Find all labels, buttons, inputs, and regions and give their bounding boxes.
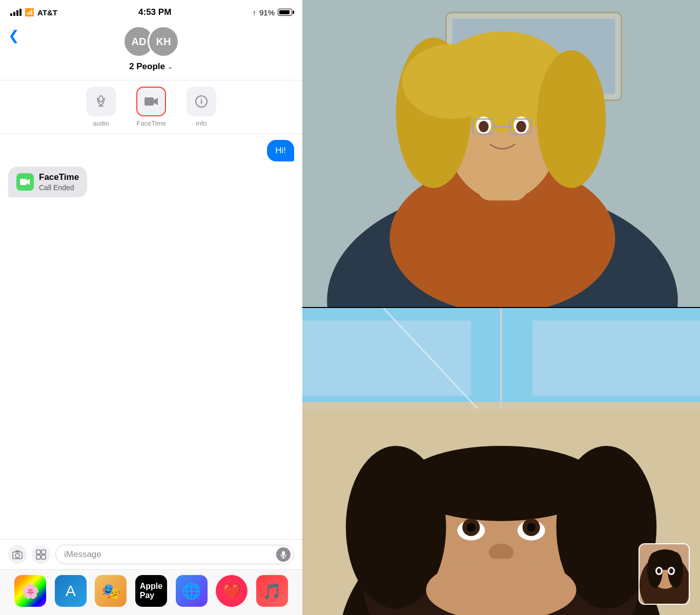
camera-button[interactable] bbox=[8, 545, 27, 564]
info-button[interactable]: i info bbox=[187, 87, 216, 127]
facetime-label: FaceTime bbox=[136, 119, 166, 127]
svg-point-12 bbox=[282, 551, 285, 556]
message-placeholder: iMessage bbox=[64, 549, 101, 560]
status-bar: 📶 AT&T 4:53 PM ↑ 91% bbox=[0, 0, 302, 22]
svg-point-54 bbox=[467, 523, 476, 531]
dock-memoji[interactable]: 🎭 bbox=[95, 575, 127, 607]
location-icon: ↑ bbox=[252, 8, 256, 17]
svg-rect-7 bbox=[15, 550, 19, 552]
dock-apple-pay[interactable]: ApplePay bbox=[135, 575, 167, 607]
svg-rect-9 bbox=[42, 550, 46, 554]
audio-icon bbox=[86, 87, 116, 116]
video-feed-1 bbox=[302, 0, 700, 307]
wifi-icon: 📶 bbox=[25, 8, 34, 17]
svg-rect-8 bbox=[36, 550, 40, 554]
svg-point-68 bbox=[669, 568, 673, 573]
svg-point-0 bbox=[99, 96, 103, 102]
facetime-video-bottom bbox=[302, 308, 700, 615]
back-button[interactable]: ❮ bbox=[8, 28, 19, 44]
svg-rect-39 bbox=[302, 320, 471, 396]
chevron-down-icon: ⌄ bbox=[167, 63, 173, 71]
audio-label: audio bbox=[93, 119, 109, 127]
svg-rect-10 bbox=[36, 555, 40, 559]
dock-music[interactable]: 🎵 bbox=[256, 575, 288, 607]
facetime-video-icon bbox=[16, 173, 34, 191]
audio-input-button[interactable] bbox=[276, 547, 291, 562]
svg-point-30 bbox=[516, 121, 526, 132]
battery-body bbox=[278, 9, 292, 16]
svg-point-55 bbox=[527, 523, 536, 531]
svg-point-25 bbox=[537, 50, 606, 188]
svg-text:i: i bbox=[200, 97, 202, 106]
message-text: Hi! bbox=[275, 146, 286, 155]
facetime-button[interactable]: FaceTime bbox=[136, 87, 166, 127]
messages-header: ❮ AD KH 2 People ⌄ bbox=[0, 22, 302, 80]
avatar-kh: KH bbox=[148, 26, 179, 57]
svg-point-67 bbox=[657, 568, 661, 573]
video-feed-2 bbox=[302, 308, 700, 615]
svg-point-56 bbox=[489, 544, 514, 561]
svg-point-29 bbox=[479, 121, 489, 132]
signal-bars bbox=[10, 9, 22, 16]
facetime-panel bbox=[302, 0, 700, 615]
carrier-label: AT&T bbox=[37, 8, 57, 17]
audio-button[interactable]: audio bbox=[86, 87, 116, 127]
action-buttons: audio FaceTime i info bbox=[0, 80, 302, 134]
svg-point-49 bbox=[401, 446, 601, 521]
dock-appstore[interactable]: A bbox=[55, 575, 87, 607]
iphone-panel: 📶 AT&T 4:53 PM ↑ 91% ❮ AD KH 2 People bbox=[0, 0, 302, 615]
message-row: Hi! bbox=[8, 140, 294, 161]
status-time: 4:53 PM bbox=[138, 7, 171, 17]
facetime-message-row: FaceTime Call Ended bbox=[8, 167, 294, 197]
dock-browser[interactable]: 🌐 bbox=[176, 575, 208, 607]
svg-rect-11 bbox=[42, 555, 46, 559]
facetime-subtitle: Call Ended bbox=[39, 183, 79, 192]
dock-social[interactable]: ❤️ bbox=[216, 575, 248, 607]
avatars-row: AD KH bbox=[123, 26, 179, 57]
apps-button[interactable] bbox=[32, 545, 50, 564]
info-icon: i bbox=[187, 87, 216, 116]
svg-rect-1 bbox=[145, 97, 154, 106]
group-name[interactable]: 2 People ⌄ bbox=[129, 61, 173, 72]
status-right: ↑ 91% bbox=[252, 8, 292, 17]
sent-message-bubble: Hi! bbox=[267, 140, 294, 161]
dock-photos[interactable]: 🌸 bbox=[14, 575, 46, 607]
battery-fill bbox=[279, 10, 290, 14]
messages-area[interactable]: Hi! FaceTime Call Ended bbox=[0, 134, 302, 539]
battery-indicator bbox=[278, 9, 292, 16]
svg-point-6 bbox=[15, 554, 19, 558]
svg-point-26 bbox=[402, 44, 503, 119]
status-left: 📶 AT&T bbox=[10, 8, 57, 17]
dock: 🌸 A 🎭 ApplePay 🌐 ❤️ 🎵 bbox=[0, 569, 302, 615]
message-input[interactable]: iMessage bbox=[55, 545, 294, 564]
facetime-icon bbox=[136, 87, 166, 116]
facetime-title: FaceTime bbox=[39, 172, 79, 183]
self-view-thumbnail bbox=[639, 543, 690, 605]
svg-rect-4 bbox=[20, 179, 27, 185]
facetime-video-top bbox=[302, 0, 700, 307]
facetime-call-info: FaceTime Call Ended bbox=[39, 172, 79, 192]
input-bar: iMessage bbox=[0, 539, 302, 569]
svg-rect-40 bbox=[532, 320, 700, 396]
info-label: info bbox=[196, 119, 207, 127]
battery-label: 91% bbox=[259, 8, 275, 17]
facetime-bubble: FaceTime Call Ended bbox=[8, 167, 87, 197]
